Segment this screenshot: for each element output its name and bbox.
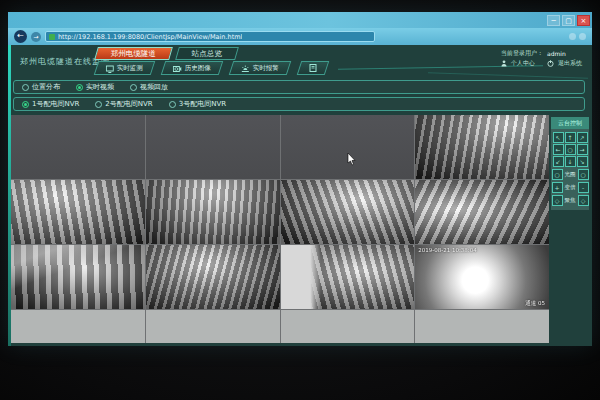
site-security-icon [49, 34, 55, 40]
ptz-zoom-row: + 变倍 - [551, 182, 589, 193]
camera-tile[interactable] [11, 245, 145, 309]
radio-label: 1号配电间NVR [32, 99, 79, 109]
radio-icon [76, 84, 83, 91]
camera-tile[interactable] [281, 245, 415, 309]
browser-titlebar: ─ ▢ × [8, 12, 592, 28]
maximize-button[interactable]: ▢ [562, 15, 575, 26]
alarm-icon [241, 64, 250, 72]
profile-menu[interactable]: 个人中心 [511, 59, 535, 68]
ptz-right-button[interactable]: → [577, 144, 588, 155]
ptz-direction-pad: ↖ ↑ ↗ ← ○ → ↙ ↓ ↘ [551, 132, 589, 167]
radio-label: 实时视频 [86, 82, 114, 92]
ptz-left-button[interactable]: ← [553, 144, 564, 155]
radio-nvr-1[interactable]: 1号配电间NVR [22, 99, 79, 109]
settings-icon[interactable] [579, 33, 586, 40]
camera-tile[interactable] [415, 115, 549, 179]
camera-tile[interactable] [281, 115, 415, 179]
camera-tile[interactable] [415, 310, 549, 343]
camera-tile[interactable] [146, 245, 280, 309]
camera-tile[interactable]: 2019-08-21 10:38:04 通道 05 [415, 245, 549, 309]
camera-tile[interactable] [11, 180, 145, 244]
camera-tile[interactable] [415, 180, 549, 244]
camera-tile[interactable] [281, 310, 415, 343]
radio-location-map[interactable]: 位置分布 [22, 82, 60, 92]
camera-tile[interactable] [146, 115, 280, 179]
favorites-icon[interactable] [569, 33, 576, 40]
toolbar-label: 历史图像 [185, 64, 211, 73]
radio-live-video[interactable]: 实时视频 [76, 82, 114, 92]
nvr-select-bar: 1号配电间NVR 2号配电间NVR 3号配电间NVR [13, 97, 585, 111]
ptz-focus-row: ◇ 聚焦 ◇ [551, 195, 589, 206]
browser-addressbar: ← → http://192.168.1.199:8080/ClientJsp/… [8, 28, 592, 45]
realtime-monitor-button[interactable]: 实时监测 [94, 61, 156, 75]
monitor-icon [106, 64, 114, 72]
view-mode-bar: 位置分布 实时视频 视频回放 [13, 80, 585, 94]
ptz-up-left-button[interactable]: ↖ [553, 132, 564, 143]
camera-tile[interactable] [281, 180, 415, 244]
user-info: 当前登录用户： admin 个人中心 退出系统 [501, 48, 582, 68]
realtime-alarm-button[interactable]: 实时报警 [229, 61, 292, 75]
ptz-down-button[interactable]: ↓ [565, 156, 576, 167]
close-button[interactable]: × [577, 15, 590, 26]
tab-cable-tunnel[interactable]: 郑州电缆隧道 [94, 47, 173, 60]
focus-far-button[interactable]: ◇ [578, 195, 589, 206]
history-image-button[interactable]: 历史图像 [161, 61, 224, 75]
zoom-label: 变倍 [564, 184, 577, 191]
url-text: http://192.168.1.199:8080/ClientJsp/Main… [58, 33, 242, 41]
radio-label: 2号配电间NVR [105, 99, 152, 109]
ptz-iris-row: ○ 光圈 ○ [551, 169, 589, 180]
radio-nvr-3[interactable]: 3号配电间NVR [169, 99, 226, 109]
ptz-panel: 云台控制 ↖ ↑ ↗ ← ○ → ↙ ↓ ↘ ○ 光圈 ○ + 变倍 - [551, 117, 589, 210]
main-tabs: 郑州电缆隧道 站点总览 [96, 47, 237, 60]
camera-tile[interactable] [146, 310, 280, 343]
radio-icon [22, 101, 29, 108]
url-field[interactable]: http://192.168.1.199:8080/ClientJsp/Main… [45, 31, 375, 42]
browser-toolbar-icons [569, 33, 586, 40]
back-button[interactable]: ← [14, 30, 27, 43]
logout-icon [547, 60, 554, 67]
ptz-down-right-button[interactable]: ↘ [577, 156, 588, 167]
function-toolbar: 实时监测 历史图像 [96, 61, 327, 75]
zoom-in-button[interactable]: + [552, 182, 563, 193]
camera-timestamp: 2019-08-21 10:38:04 [418, 247, 476, 253]
zoom-out-button[interactable]: - [578, 182, 589, 193]
ptz-panel-title: 云台控制 [551, 117, 589, 129]
toolbar-label: 实时报警 [253, 64, 279, 73]
radio-video-playback[interactable]: 视频回放 [130, 82, 168, 92]
ptz-up-right-button[interactable]: ↗ [577, 132, 588, 143]
iris-close-button[interactable]: ○ [578, 169, 589, 180]
radio-nvr-2[interactable]: 2号配电间NVR [95, 99, 152, 109]
toolbar-label: 实时监测 [117, 64, 143, 73]
video-wall: 2019-08-21 10:38:04 通道 05 [11, 115, 549, 343]
logout-button[interactable]: 退出系统 [558, 59, 582, 68]
radio-icon [22, 84, 29, 91]
iris-open-button[interactable]: ○ [552, 169, 563, 180]
camera-tile[interactable] [11, 115, 145, 179]
forward-button[interactable]: → [31, 32, 41, 42]
username: admin [547, 50, 566, 57]
radio-icon [130, 84, 137, 91]
person-icon [501, 60, 507, 67]
radio-icon [169, 101, 176, 108]
focus-near-button[interactable]: ◇ [552, 195, 563, 206]
minimize-button[interactable]: ─ [547, 15, 560, 26]
camera-channel-label: 通道 05 [525, 300, 545, 307]
radio-icon [95, 101, 102, 108]
mouse-cursor [347, 153, 357, 166]
ptz-down-left-button[interactable]: ↙ [553, 156, 564, 167]
radio-label: 视频回放 [140, 82, 168, 92]
tab-label: 站点总览 [192, 49, 222, 59]
camera-tile[interactable] [146, 180, 280, 244]
radio-label: 位置分布 [32, 82, 60, 92]
monitoring-app: 郑州电缆隧道在线监测 郑州电缆隧道 站点总览 实时监测 [8, 45, 592, 346]
report-button[interactable] [297, 61, 330, 75]
history-image-icon [173, 64, 182, 72]
header-decor-line [428, 72, 588, 79]
monitor-screen: ─ ▢ × ← → http://192.168.1.199:8080/Clie… [8, 12, 592, 346]
ptz-center-button[interactable]: ○ [565, 144, 576, 155]
login-label: 当前登录用户： [501, 49, 543, 58]
tab-site-overview[interactable]: 站点总览 [175, 47, 239, 60]
camera-tile[interactable] [11, 310, 145, 343]
ptz-up-button[interactable]: ↑ [565, 132, 576, 143]
tab-label: 郑州电缆隧道 [111, 49, 156, 59]
